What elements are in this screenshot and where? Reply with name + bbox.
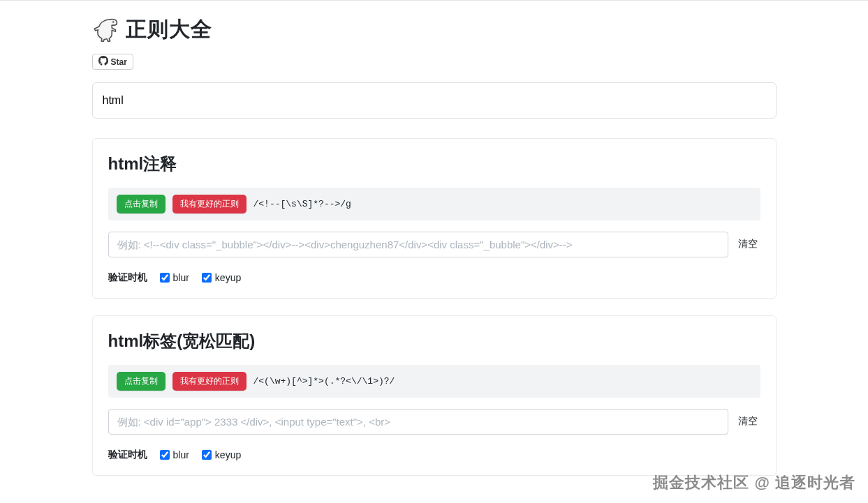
clear-button[interactable]: 清空 (735, 415, 760, 428)
copy-button[interactable]: 点击复制 (117, 372, 165, 391)
regex-code: /<(\w+)[^>]*>(.*?<\/\1>)?/ (253, 376, 395, 386)
example-input[interactable] (108, 232, 728, 257)
dinosaur-icon (92, 15, 122, 44)
github-star-button[interactable]: Star (92, 54, 133, 70)
regex-bar: 点击复制 我有更好的正则 /<(\w+)[^>]*>(.*?<\/\1>)?/ (108, 365, 760, 398)
star-label: Star (111, 57, 127, 67)
suggest-button[interactable]: 我有更好的正则 (172, 372, 247, 391)
keyup-checkbox[interactable] (202, 450, 212, 460)
blur-checkbox-wrap[interactable]: blur (160, 272, 189, 283)
search-container (92, 82, 777, 119)
svg-point-0 (112, 21, 114, 22)
card-title: html标签(宽松匹配) (108, 330, 760, 352)
blur-checkbox[interactable] (160, 450, 170, 460)
page-title: 正则大全 (126, 15, 212, 44)
blur-checkbox[interactable] (160, 273, 170, 283)
example-row: 清空 (108, 409, 760, 435)
blur-label: blur (173, 272, 189, 283)
regex-bar: 点击复制 我有更好的正则 /<!--[\s\S]*?-->/g (108, 188, 760, 220)
keyup-checkbox[interactable] (202, 273, 212, 283)
example-row: 清空 (108, 232, 760, 257)
keyup-label: keyup (215, 449, 241, 460)
regex-card: html注释 点击复制 我有更好的正则 /<!--[\s\S]*?-->/g 清… (92, 138, 777, 299)
page-header: 正则大全 (92, 15, 777, 44)
search-input[interactable] (101, 86, 767, 115)
options-row: 验证时机 blur keyup (108, 271, 760, 284)
regex-code: /<!--[\s\S]*?-->/g (253, 199, 351, 209)
keyup-label: keyup (215, 272, 241, 283)
suggest-button[interactable]: 我有更好的正则 (172, 195, 247, 213)
timing-label: 验证时机 (108, 449, 147, 461)
keyup-checkbox-wrap[interactable]: keyup (202, 449, 241, 460)
clear-button[interactable]: 清空 (735, 238, 760, 250)
options-row: 验证时机 blur keyup (108, 449, 760, 461)
regex-card: html标签(宽松匹配) 点击复制 我有更好的正则 /<(\w+)[^>]*>(… (92, 315, 777, 476)
copy-button[interactable]: 点击复制 (117, 195, 165, 213)
blur-checkbox-wrap[interactable]: blur (160, 449, 189, 460)
card-title: html注释 (108, 153, 760, 175)
example-input[interactable] (108, 409, 728, 435)
timing-label: 验证时机 (108, 271, 147, 284)
keyup-checkbox-wrap[interactable]: keyup (202, 272, 241, 283)
blur-label: blur (173, 449, 189, 460)
github-icon (98, 56, 108, 68)
